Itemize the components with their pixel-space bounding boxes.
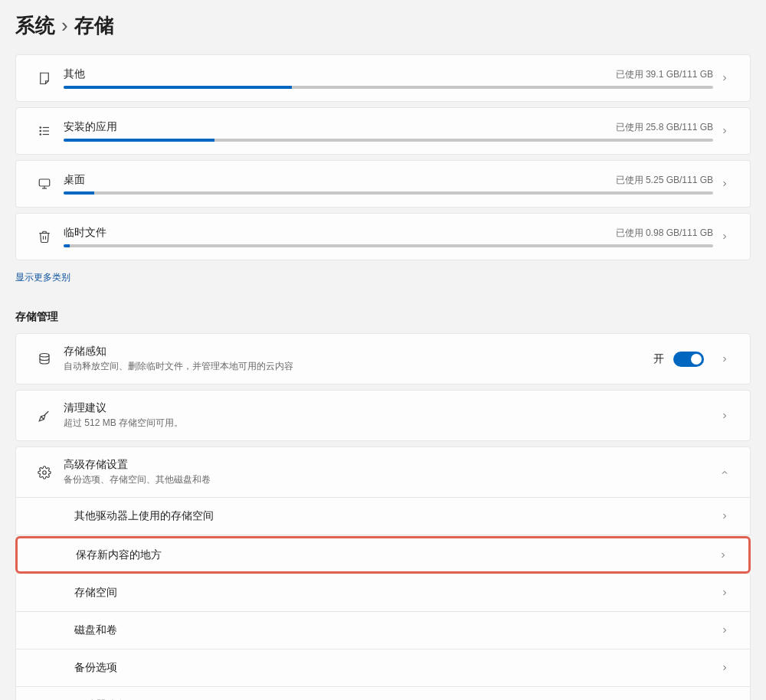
usage-bar (64, 191, 713, 195)
usage-bar (64, 86, 713, 89)
svg-point-10 (43, 470, 47, 474)
chevron-up-icon (713, 468, 736, 477)
storage-sense-toggle-label: 开 (653, 352, 664, 366)
chevron-right-icon (713, 179, 736, 188)
list-icon (25, 124, 64, 138)
chevron-right-icon (713, 126, 736, 136)
cleanup-recommendations-row[interactable]: 清理建议 超过 512 MB 存储空间可用。 (15, 390, 751, 441)
storage-category-row[interactable]: 安装的应用已使用 25.8 GB/111 GB (15, 107, 751, 155)
breadcrumb-parent[interactable]: 系统 (15, 12, 55, 39)
category-usage: 已使用 0.98 GB/111 GB (616, 227, 713, 240)
chevron-right-icon (713, 232, 736, 241)
category-title: 其他 (64, 67, 85, 81)
breadcrumb-current: 存储 (74, 12, 114, 39)
category-usage: 已使用 39.1 GB/111 GB (616, 68, 713, 81)
chevron-right-icon (713, 626, 736, 635)
advanced-sub-item[interactable]: 磁盘和卷 (15, 612, 751, 649)
storage-category-row[interactable]: 桌面已使用 5.25 GB/111 GB (15, 160, 751, 208)
gear-icon (25, 466, 64, 479)
trash-icon (25, 230, 64, 244)
advanced-sub-item[interactable]: 其他驱动器上使用的存储空间 (15, 498, 751, 535)
category-usage: 已使用 25.8 GB/111 GB (616, 121, 713, 134)
storage-category-row[interactable]: 其他已使用 39.1 GB/111 GB (15, 54, 751, 102)
advanced-title: 高级存储设置 (64, 458, 713, 472)
advanced-storage-settings-row[interactable]: 高级存储设置 备份选项、存储空间、其他磁盘和卷 (15, 446, 751, 498)
chevron-right-icon (713, 74, 736, 83)
storage-sense-title: 存储感知 (64, 345, 653, 358)
sub-item-label: 磁盘和卷 (74, 623, 713, 637)
storage-category-row[interactable]: 临时文件已使用 0.98 GB/111 GB (15, 213, 751, 260)
monitor-icon (25, 177, 64, 191)
chevron-right-icon (713, 355, 736, 364)
database-icon (25, 352, 64, 366)
breadcrumb: 系统 › 存储 (15, 0, 751, 54)
chevron-right-icon (713, 512, 736, 521)
advanced-sub-item[interactable]: 存储空间 (15, 574, 751, 612)
chevron-right-icon (713, 411, 736, 420)
svg-point-4 (40, 130, 41, 132)
advanced-sub-item[interactable]: 备份选项 (15, 649, 751, 687)
sub-item-label: 备份选项 (74, 661, 713, 675)
storage-management-heading: 存储管理 (15, 310, 751, 324)
storage-sense-row[interactable]: 存储感知 自动释放空间、删除临时文件，并管理本地可用的云内容 开 (15, 333, 751, 384)
chevron-right-icon (713, 663, 736, 672)
usage-bar (64, 244, 713, 247)
sticky-note-icon (25, 71, 64, 85)
usage-bar (64, 139, 713, 142)
chevron-right-icon (713, 588, 736, 597)
cleanup-subtitle: 超过 512 MB 存储空间可用。 (64, 417, 713, 430)
breadcrumb-separator: › (61, 14, 68, 38)
svg-point-3 (40, 127, 41, 129)
storage-usage-list: 其他已使用 39.1 GB/111 GB安装的应用已使用 25.8 GB/111… (15, 54, 751, 260)
advanced-sub-item[interactable]: 保存新内容的地方 (15, 536, 751, 574)
sub-item-label: 保存新内容的地方 (76, 548, 712, 562)
advanced-subtitle: 备份选项、存储空间、其他磁盘和卷 (64, 473, 713, 486)
category-title: 安装的应用 (64, 120, 117, 134)
category-title: 临时文件 (64, 226, 106, 240)
advanced-sub-list: 其他驱动器上使用的存储空间保存新内容的地方存储空间磁盘和卷备份选项驱动器优化 (15, 498, 751, 700)
category-usage: 已使用 5.25 GB/111 GB (616, 174, 713, 187)
advanced-sub-item[interactable]: 驱动器优化 (15, 687, 751, 700)
svg-rect-6 (39, 179, 50, 186)
storage-sense-toggle[interactable] (673, 352, 704, 367)
broom-icon (25, 409, 64, 423)
show-more-categories-link[interactable]: 显示更多类别 (15, 271, 70, 284)
cleanup-title: 清理建议 (64, 401, 713, 415)
storage-sense-subtitle: 自动释放空间、删除临时文件，并管理本地可用的云内容 (64, 360, 653, 373)
svg-point-5 (40, 134, 41, 136)
svg-point-9 (40, 353, 49, 357)
chevron-right-icon (712, 551, 735, 560)
sub-item-label: 存储空间 (74, 586, 713, 600)
category-title: 桌面 (64, 173, 85, 187)
sub-item-label: 其他驱动器上使用的存储空间 (74, 509, 713, 523)
